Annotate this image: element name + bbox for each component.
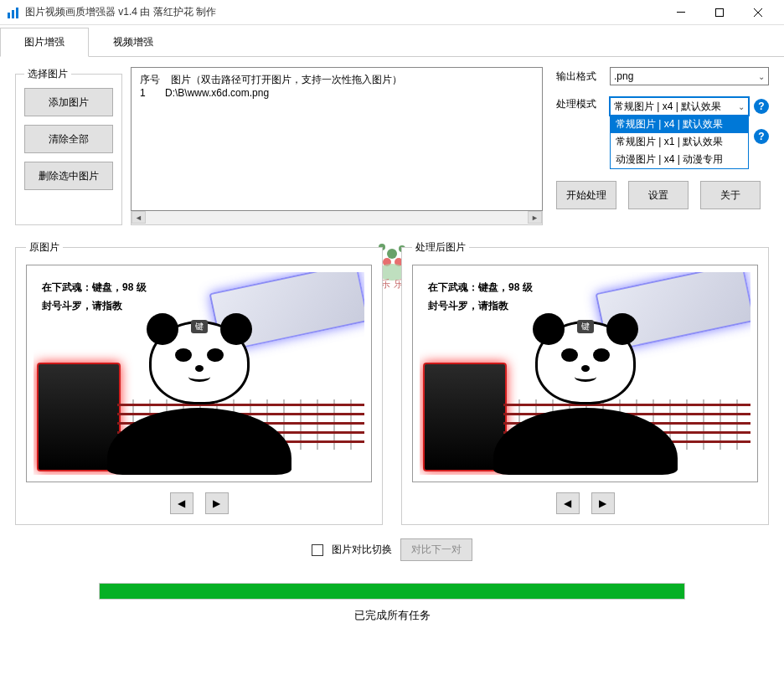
svg-rect-4 [716, 8, 724, 16]
svg-rect-0 [8, 13, 10, 18]
processing-mode-dropdown: 常规图片 | x4 | 默认效果 常规图片 | x1 | 默认效果 动漫图片 |… [610, 115, 749, 169]
chevron-down-icon: ⌄ [738, 102, 745, 111]
minimize-icon [677, 12, 685, 13]
close-icon [754, 8, 762, 17]
app-icon [7, 6, 20, 19]
file-list-row[interactable]: 1 D:\B\www.x6d.com.png [140, 87, 534, 99]
chevron-down-icon: ⌄ [758, 72, 765, 81]
mode-option[interactable]: 常规图片 | x4 | 默认效果 [611, 116, 748, 133]
output-format-value: .png [614, 70, 633, 82]
triangle-right-icon: ▶ [213, 497, 220, 509]
original-image: 在下武魂：键盘，98 级 封号斗罗，请指教 键 [34, 272, 364, 475]
maximize-button[interactable] [700, 0, 739, 25]
progress-status-text: 已完成所有任务 [99, 608, 685, 623]
output-format-label: 输出格式 [556, 70, 605, 84]
select-image-legend: 选择图片 [24, 67, 71, 81]
prev-image-button[interactable]: ◀ [556, 492, 580, 514]
horizontal-scrollbar[interactable]: ◄ ► [131, 211, 543, 225]
meme-text: 在下武魂：键盘，98 级 封号斗罗，请指教 [42, 277, 147, 315]
minimize-button[interactable] [662, 0, 700, 25]
window-title: 图片视频画质增强器 v1.4 由 落红护花 制作 [25, 5, 662, 19]
file-list[interactable]: 序号 图片（双击路径可打开图片，支持一次性拖入图片） 1 D:\B\www.x6… [131, 67, 543, 211]
mode-option[interactable]: 常规图片 | x1 | 默认效果 [611, 133, 748, 151]
processing-mode-select[interactable]: 常规图片 | x4 | 默认效果 ⌄ [610, 97, 749, 116]
about-button[interactable]: 关于 [700, 181, 761, 209]
triangle-left-icon: ◀ [564, 497, 571, 509]
triangle-left-icon: ◀ [178, 497, 185, 509]
next-image-button[interactable]: ▶ [591, 492, 615, 514]
scroll-right-arrow-icon[interactable]: ► [528, 211, 542, 224]
titlebar: 图片视频画质增强器 v1.4 由 落红护花 制作 [0, 0, 784, 25]
start-processing-button[interactable]: 开始处理 [556, 181, 616, 209]
settings-button[interactable]: 设置 [628, 181, 689, 209]
processed-image: 在下武魂：键盘，98 级 封号斗罗，请指教 键 [420, 272, 750, 475]
meme-text: 在下武魂：键盘，98 级 封号斗罗，请指教 [428, 277, 533, 315]
triangle-right-icon: ▶ [599, 497, 606, 509]
processed-image-legend: 处理后图片 [412, 240, 469, 255]
processed-image-frame: 在下武魂：键盘，98 级 封号斗罗，请指教 键 [412, 265, 758, 482]
clear-all-button[interactable]: 清除全部 [24, 125, 113, 153]
processing-mode-label: 处理模式 [556, 97, 605, 111]
output-format-select[interactable]: .png ⌄ [610, 67, 769, 85]
add-image-button[interactable]: 添加图片 [24, 88, 113, 116]
svg-rect-3 [677, 12, 685, 13]
compare-toggle-checkbox[interactable] [312, 544, 323, 556]
file-list-header: 序号 图片（双击路径可打开图片，支持一次性拖入图片） [140, 73, 534, 87]
scroll-left-arrow-icon[interactable]: ◄ [132, 211, 146, 224]
maximize-icon [715, 8, 724, 17]
progress-fill [100, 584, 684, 599]
mode-option[interactable]: 动漫图片 | x4 | 动漫专用 [611, 151, 748, 168]
tab-bar: 图片增强 视频增强 [0, 27, 784, 57]
help-icon[interactable]: ? [754, 129, 769, 144]
help-icon[interactable]: ? [754, 99, 769, 114]
svg-point-7 [387, 249, 397, 259]
original-image-frame: 在下武魂：键盘，98 级 封号斗罗，请指教 键 [26, 265, 372, 482]
svg-point-10 [383, 258, 391, 266]
tab-video-enhance[interactable]: 视频增强 [89, 28, 178, 57]
prev-image-button[interactable]: ◀ [170, 492, 193, 514]
svg-rect-1 [12, 10, 14, 18]
next-image-button[interactable]: ▶ [205, 492, 229, 514]
processing-mode-value: 常规图片 | x4 | 默认效果 [614, 100, 721, 114]
compare-toggle-label: 图片对比切换 [332, 543, 392, 557]
delete-selected-button[interactable]: 删除选中图片 [24, 162, 113, 190]
scroll-track[interactable] [146, 211, 528, 224]
close-button[interactable] [739, 0, 777, 25]
tab-image-enhance[interactable]: 图片增强 [0, 28, 89, 57]
original-image-legend: 原图片 [26, 240, 63, 255]
progress-bar [99, 583, 685, 600]
processed-image-panel: 处理后图片 在下武魂：键盘，98 级 封号斗罗，请指教 键 [401, 240, 769, 525]
original-image-panel: 原图片 在下武魂：键盘，98 级 封号斗罗，请指教 键 [15, 240, 383, 525]
compare-next-pair-button[interactable]: 对比下一对 [400, 538, 472, 561]
svg-rect-2 [16, 8, 18, 18]
select-image-fieldset: 选择图片 添加图片 清除全部 删除选中图片 [15, 67, 122, 225]
